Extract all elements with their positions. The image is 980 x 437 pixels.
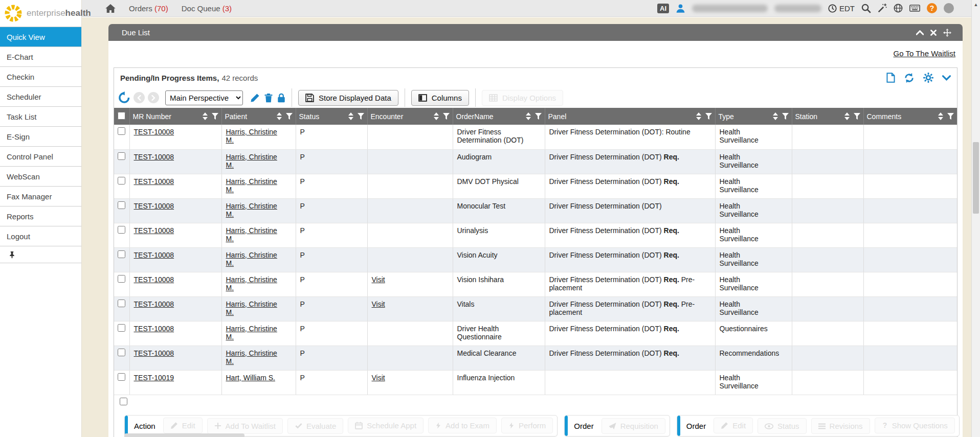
row-checkbox[interactable]: [118, 127, 125, 135]
refresh-icon[interactable]: [904, 73, 915, 83]
column-header-status[interactable]: Status: [296, 108, 367, 125]
column-header-ordername[interactable]: OrderName: [453, 108, 545, 125]
sidebar-item-e-chart[interactable]: E-Chart: [0, 47, 81, 66]
encounter-visit-link[interactable]: Visit: [372, 275, 385, 284]
patient-link[interactable]: Harris, Christine M.: [226, 128, 283, 144]
sort-icon[interactable]: [938, 112, 943, 120]
filter-funnel-icon[interactable]: [443, 113, 450, 120]
mr-number-link[interactable]: TEST-10008: [134, 251, 174, 259]
mr-number-link[interactable]: TEST-10008: [134, 177, 174, 186]
reset-undo-icon[interactable]: [118, 91, 130, 104]
lock-perspective-icon[interactable]: [277, 93, 285, 103]
home-icon[interactable]: [105, 4, 116, 13]
ai-badge[interactable]: AI: [657, 4, 669, 13]
sidebar-item-webscan[interactable]: WebScan: [0, 166, 81, 186]
row-checkbox[interactable]: [118, 349, 125, 356]
sidebar-item-logout[interactable]: Logout: [0, 226, 81, 246]
sort-icon[interactable]: [348, 112, 353, 120]
sort-icon[interactable]: [526, 112, 531, 120]
user-icon[interactable]: [676, 4, 685, 13]
encounter-visit-link[interactable]: Visit: [372, 300, 385, 308]
mr-number-link[interactable]: TEST-10008: [134, 349, 174, 357]
mr-number-link[interactable]: TEST-10008: [134, 325, 174, 333]
globe-icon[interactable]: [894, 4, 903, 13]
row-checkbox[interactable]: [120, 398, 127, 405]
column-header-comments[interactable]: Comments: [863, 108, 957, 125]
row-checkbox[interactable]: [118, 201, 125, 209]
mr-number-link[interactable]: TEST-10008: [134, 275, 174, 284]
filter-funnel-icon[interactable]: [358, 113, 364, 120]
patient-link[interactable]: Harris, Christine M.: [226, 251, 283, 267]
sidebar-item-task-list[interactable]: Task List: [0, 106, 81, 126]
sidebar-item-scheduler[interactable]: Scheduler: [0, 86, 81, 106]
patient-link[interactable]: Harris, Christine M.: [226, 226, 283, 243]
sidebar-item-control-panel[interactable]: Control Panel: [0, 146, 81, 166]
row-checkbox[interactable]: [118, 152, 125, 160]
sidebar-item-e-sign[interactable]: E-Sign: [0, 126, 81, 146]
column-header-station[interactable]: Station: [792, 108, 863, 125]
move-icon[interactable]: [943, 29, 951, 37]
settings-gear-icon[interactable]: [923, 73, 933, 83]
filter-funnel-icon[interactable]: [854, 113, 860, 120]
nav-doc-queue[interactable]: Doc Queue (3): [182, 4, 232, 13]
filter-funnel-icon[interactable]: [782, 113, 789, 120]
sort-icon[interactable]: [844, 112, 850, 120]
row-checkbox[interactable]: [118, 373, 125, 381]
mr-number-link[interactable]: TEST-10008: [134, 300, 174, 308]
patient-link[interactable]: Harris, Christine M.: [226, 275, 283, 292]
collapse-chevron-up-icon[interactable]: [916, 30, 924, 35]
sort-icon[interactable]: [434, 112, 439, 120]
row-checkbox[interactable]: [118, 324, 125, 332]
encounter-visit-link[interactable]: Visit: [372, 374, 385, 382]
sidebar-item-quick-view[interactable]: Quick View: [0, 27, 81, 47]
mr-number-link[interactable]: TEST-10008: [134, 128, 174, 136]
select-all-checkbox[interactable]: [118, 112, 125, 120]
sidebar-item-checkin[interactable]: Checkin: [0, 66, 81, 86]
column-header-mr-number[interactable]: MR Number: [129, 108, 221, 125]
mr-number-link[interactable]: TEST-10019: [134, 374, 174, 382]
mr-number-link[interactable]: TEST-10008: [134, 202, 174, 210]
sidebar-item-reports[interactable]: Reports: [0, 206, 81, 226]
avatar-placeholder[interactable]: [944, 3, 954, 13]
sort-icon[interactable]: [277, 112, 282, 120]
patient-link[interactable]: Harris, Christine M.: [226, 349, 283, 365]
filter-funnel-icon[interactable]: [286, 113, 293, 120]
filter-funnel-icon[interactable]: [705, 113, 712, 120]
close-icon[interactable]: [930, 30, 937, 36]
keyboard-icon[interactable]: [909, 5, 920, 12]
patient-link[interactable]: Harris, Christine M.: [226, 177, 283, 194]
sort-icon[interactable]: [773, 112, 778, 120]
pin-icon[interactable]: [9, 251, 15, 259]
filter-funnel-icon[interactable]: [947, 113, 954, 120]
horizontal-scrollbar-thumb[interactable]: [124, 433, 244, 437]
vertical-scrollbar-thumb[interactable]: [973, 142, 979, 214]
edit-perspective-pencil-icon[interactable]: [250, 93, 260, 103]
go-to-waitlist-link[interactable]: Go To The Waitlist: [894, 49, 955, 58]
sort-icon[interactable]: [696, 112, 701, 120]
patient-link[interactable]: Harris, Christine M.: [226, 153, 283, 169]
row-checkbox[interactable]: [118, 300, 125, 307]
filter-funnel-icon[interactable]: [535, 113, 542, 120]
new-document-icon[interactable]: [886, 73, 895, 83]
perspective-select[interactable]: Main Perspective: [165, 90, 243, 105]
mr-number-link[interactable]: TEST-10008: [134, 226, 174, 235]
help-button[interactable]: ?: [927, 3, 937, 13]
filter-funnel-icon[interactable]: [212, 113, 218, 120]
row-checkbox[interactable]: [118, 250, 125, 258]
delete-perspective-trash-icon[interactable]: [264, 93, 273, 103]
collapse-chevron-down-icon[interactable]: [942, 75, 951, 81]
row-checkbox[interactable]: [118, 226, 125, 234]
column-header-panel[interactable]: Panel: [545, 108, 715, 125]
row-checkbox[interactable]: [118, 275, 125, 283]
columns-button[interactable]: Columns: [411, 90, 469, 106]
nav-orders[interactable]: Orders (70): [129, 4, 168, 13]
patient-link[interactable]: Harris, Christine M.: [226, 325, 283, 341]
column-header-type[interactable]: Type: [715, 108, 792, 125]
sidebar-item-fax-manager[interactable]: Fax Manager: [0, 186, 81, 206]
search-icon[interactable]: [861, 4, 871, 13]
patient-link[interactable]: Harris, Christine M.: [226, 300, 283, 316]
column-header-patient[interactable]: Patient: [221, 108, 296, 125]
row-checkbox[interactable]: [118, 177, 125, 185]
patient-link[interactable]: Hart, William S.: [226, 374, 275, 382]
column-header-encounter[interactable]: Encounter: [367, 108, 453, 125]
